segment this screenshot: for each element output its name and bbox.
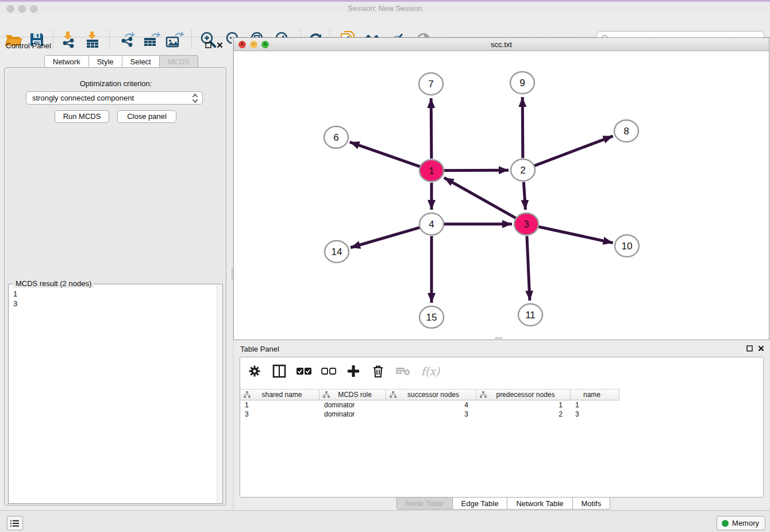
svg-text:14: 14: [332, 246, 342, 257]
network-window-titlebar[interactable]: × − + scc.txt: [234, 38, 769, 51]
delete-rows-icon[interactable]: [371, 364, 386, 379]
table-row[interactable]: 3dominator323: [240, 410, 619, 419]
tab-motifs[interactable]: Motifs: [573, 497, 611, 510]
edge-1-7[interactable]: [431, 98, 432, 159]
window-title: Session: New Session: [0, 4, 770, 13]
tab-mcds[interactable]: MCDS: [160, 55, 198, 68]
memory-status-icon: [722, 520, 729, 527]
edge-2-3[interactable]: [523, 182, 525, 210]
horizontal-splitter-handle[interactable]: [495, 337, 502, 340]
column-type-icon: [323, 391, 330, 398]
node-3[interactable]: 3: [514, 213, 538, 235]
tab-network-table[interactable]: Network Table: [507, 497, 572, 510]
tab-select[interactable]: Select: [122, 55, 160, 68]
tab-edge-table[interactable]: Edge Table: [453, 497, 508, 510]
column-header-name[interactable]: name: [571, 389, 619, 400]
export-table-icon[interactable]: [141, 29, 162, 50]
add-row-icon[interactable]: [346, 364, 361, 379]
node-2[interactable]: 2: [511, 159, 535, 181]
column-header-label: shared name: [251, 391, 319, 399]
column-header-mcds-role[interactable]: MCDS role: [319, 389, 386, 400]
svg-text:8: 8: [623, 126, 629, 137]
cell-name: 1: [571, 400, 619, 410]
svg-text:1: 1: [429, 165, 434, 176]
table-row[interactable]: 1dominator411: [240, 400, 619, 410]
svg-text:7: 7: [428, 79, 433, 90]
table-header-row: shared nameMCDS rolesuccessor nodesprede…: [240, 389, 619, 400]
criterion-dropdown[interactable]: strongly connected component: [26, 91, 203, 105]
delete-table-icon[interactable]: [395, 364, 410, 379]
task-history-button[interactable]: [7, 516, 23, 530]
column-type-icon: [244, 391, 251, 398]
export-image-icon[interactable]: [164, 29, 185, 50]
criterion-value: strongly connected component: [32, 94, 134, 102]
memory-label: Memory: [732, 519, 759, 527]
node-4[interactable]: 4: [419, 213, 444, 235]
edge-4-14[interactable]: [351, 228, 420, 248]
table-settings-icon[interactable]: [247, 364, 262, 379]
node-10[interactable]: 10: [615, 235, 639, 257]
node-8[interactable]: 8: [614, 120, 638, 142]
column-header-predecessor-nodes[interactable]: predecessor nodes: [476, 389, 571, 400]
import-table-icon[interactable]: [82, 29, 103, 50]
result-scrollbar[interactable]: [217, 285, 222, 503]
toolbar-separator: [53, 30, 53, 49]
toolbar-separator: [109, 30, 110, 49]
node-9[interactable]: 9: [510, 72, 534, 94]
mcds-result-box: MCDS result (2 nodes) 13: [8, 284, 223, 504]
show-columns-icon[interactable]: [272, 364, 287, 379]
main-toolbar: [0, 14, 770, 37]
memory-button[interactable]: Memory: [717, 516, 765, 530]
mcds-result-list: 13: [13, 289, 17, 309]
column-header-shared-name[interactable]: shared name: [240, 389, 319, 400]
edge-3-1[interactable]: [444, 178, 516, 218]
tab-style[interactable]: Style: [89, 55, 122, 68]
mcds-result-line: 1: [13, 289, 17, 299]
cell-successor-nodes: 4: [386, 400, 476, 410]
close-table-panel-icon[interactable]: [758, 345, 764, 352]
edge-2-9[interactable]: [522, 97, 523, 158]
column-type-icon: [390, 391, 396, 398]
select-all-icon[interactable]: [297, 364, 311, 379]
tab-network[interactable]: Network: [44, 55, 89, 68]
import-network-icon[interactable]: [58, 29, 79, 50]
cell-predecessor-nodes: 1: [476, 400, 571, 410]
node-14[interactable]: 14: [325, 241, 349, 263]
node-15[interactable]: 15: [419, 306, 444, 328]
export-network-icon[interactable]: [117, 29, 138, 50]
node-1[interactable]: 1: [419, 160, 444, 182]
node-6[interactable]: 6: [324, 126, 348, 148]
control-panel-tabs: NetworkStyleSelectMCDS: [44, 55, 198, 68]
table-body: 1dominator4113dominator323: [240, 400, 619, 419]
svg-text:15: 15: [426, 312, 437, 323]
column-header-successor-nodes[interactable]: successor nodes: [386, 389, 476, 400]
close-panel-button[interactable]: Close panel: [117, 110, 176, 123]
svg-text:9: 9: [519, 78, 525, 88]
edge-2-8[interactable]: [534, 136, 613, 166]
float-table-panel-icon[interactable]: [746, 345, 753, 352]
edge-3-10[interactable]: [538, 226, 613, 242]
edge-1-2[interactable]: [444, 170, 509, 171]
cell-name: 3: [571, 410, 619, 419]
cell-mcds-role: dominator: [319, 410, 386, 419]
node-11[interactable]: 11: [518, 304, 542, 326]
network-canvas[interactable]: 7968124314101511: [234, 51, 769, 340]
svg-text:11: 11: [525, 310, 536, 321]
function-builder-icon[interactable]: f(x): [420, 364, 441, 379]
deselect-all-icon[interactable]: [321, 364, 336, 379]
edge-3-11[interactable]: [527, 236, 530, 300]
optimization-criterion-label: Optimization criterion:: [5, 79, 227, 88]
node-7[interactable]: 7: [419, 73, 443, 95]
edge-1-6[interactable]: [350, 142, 421, 167]
cell-mcds-role: dominator: [319, 400, 386, 410]
svg-text:2: 2: [520, 165, 525, 176]
svg-text:10: 10: [622, 241, 633, 252]
svg-text:4: 4: [429, 219, 434, 230]
column-header-label: successor nodes: [396, 391, 476, 399]
tab-node-table[interactable]: Node Table: [396, 497, 453, 510]
mcds-result-line: 3: [13, 299, 17, 309]
close-panel-icon[interactable]: [217, 42, 223, 48]
run-mcds-button[interactable]: Run MCDS: [55, 110, 109, 123]
float-panel-icon[interactable]: [205, 42, 211, 48]
toolbar-separator: [191, 30, 192, 49]
